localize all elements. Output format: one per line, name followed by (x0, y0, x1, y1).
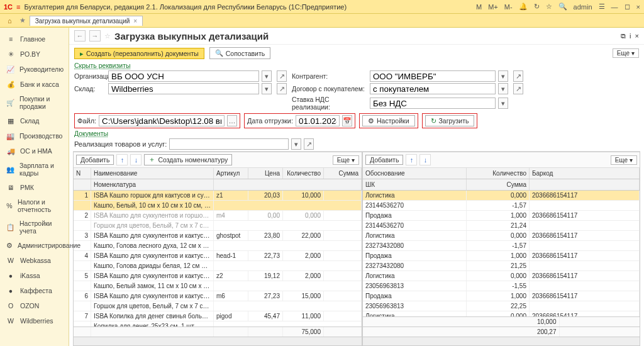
right-col-obos[interactable]: Обоснование (363, 168, 467, 179)
search-icon[interactable]: 🔍 (558, 3, 567, 11)
more-top-button[interactable]: Еще▾ (613, 48, 639, 58)
left-col-name[interactable]: Наименование (91, 168, 214, 179)
sidebar-item[interactable]: 🏭Производство (0, 128, 69, 143)
mminus-indicator[interactable]: M- (504, 3, 513, 11)
menu-icon[interactable]: ≡ (16, 3, 20, 11)
table-row[interactable]: 1ISBA Кашпо горшок для кактусов и суккул… (74, 191, 362, 201)
table-row[interactable]: Продажа1,0002036686154117 (363, 211, 640, 221)
table-row[interactable]: 3ISBA Кашпо для суккулентов и кактусов г… (74, 231, 362, 241)
dog-input[interactable] (370, 83, 496, 94)
kontr-open-icon[interactable]: ↗ (513, 70, 523, 82)
right-col-bar[interactable]: Баркод (530, 168, 640, 179)
table-row[interactable]: Логистика0,0002036686154117 (363, 191, 640, 201)
org-input[interactable] (108, 70, 259, 82)
table-row[interactable]: 2305696381322,25 (363, 301, 640, 311)
left-hscroll[interactable] (74, 337, 362, 345)
sidebar-item[interactable]: 📈Руководителю (0, 62, 69, 77)
left-col-nom[interactable]: Номенклатура (91, 179, 214, 190)
org-open-icon[interactable]: ↗ (277, 70, 287, 82)
minimize-icon[interactable]: — (611, 3, 618, 11)
table-row[interactable]: 4ISBA Кашпо для суккулентов и кактусов г… (74, 251, 362, 261)
table-row-sub[interactable]: Кашпо, Белый, 10 см х 10 см х 10 см, 0,4… (74, 201, 362, 211)
history-icon[interactable]: ↻ (534, 3, 540, 11)
table-row[interactable]: 6ISBA Кашпо для суккулентов и кактусов м… (74, 291, 362, 301)
nav-back-icon[interactable]: ← (74, 30, 86, 42)
table-row[interactable]: Логистика0,0002036686154117 (363, 271, 640, 281)
home-icon[interactable]: ⌂ (4, 17, 16, 25)
tab-star-icon[interactable]: ★ (16, 16, 30, 25)
page-close-icon[interactable]: × (635, 32, 639, 40)
right-down-icon[interactable]: ↓ (419, 154, 431, 165)
calendar-icon[interactable]: 📅 (342, 115, 352, 126)
left-col-art[interactable]: Артикул (214, 168, 248, 179)
tab-active[interactable]: Загрузка выкупных детализаций × (30, 16, 143, 26)
table-row[interactable]: 23144536270-1,57 (363, 201, 640, 211)
kontr-drop-icon[interactable]: ▾ (498, 70, 508, 82)
sidebar-item[interactable]: 🖥РМК (0, 180, 69, 195)
table-row-sub[interactable]: Кашпо, Голова лесного духа, 12 см х 10 с… (74, 241, 362, 251)
sidebar-item[interactable]: 💰Банк и касса (0, 77, 69, 92)
left-col-price[interactable]: Цена (248, 168, 283, 179)
maximize-icon[interactable]: ◻ (625, 3, 630, 11)
dog-open-icon[interactable]: ↗ (513, 83, 523, 94)
bell-icon[interactable]: 🔔 (519, 3, 528, 11)
right-col-kol[interactable]: Количество (467, 168, 530, 179)
sidebar-item[interactable]: WWildberries (0, 313, 69, 328)
right-more-button[interactable]: Еще▾ (611, 155, 637, 165)
right-up-icon[interactable]: ↑ (406, 154, 417, 165)
m-indicator[interactable]: M (476, 3, 482, 11)
fav-star-icon[interactable]: ☆ (104, 32, 111, 40)
file-input[interactable] (99, 115, 225, 126)
sidebar-item[interactable]: 🚚ОС и НМА (0, 143, 69, 159)
sklad-input[interactable] (108, 83, 259, 94)
table-row[interactable]: 2314453627021,24 (363, 221, 640, 231)
sklad-open-icon[interactable]: ↗ (277, 83, 287, 94)
table-row[interactable]: 23056963813-1,55 (363, 281, 640, 291)
mplus-indicator[interactable]: M+ (488, 3, 498, 11)
tab-close-icon[interactable]: × (133, 18, 137, 25)
right-add-button[interactable]: Добавить (365, 155, 403, 165)
table-row-sub[interactable]: Горшок для цветов, Белый, 7 см х 7 см х … (74, 301, 362, 311)
link-out-icon[interactable]: ⧉ (621, 32, 626, 40)
left-col-sum[interactable]: Сумма (324, 168, 362, 179)
sidebar-item[interactable]: 👥Зарплата и кадры (0, 159, 69, 180)
table-row[interactable]: 7ISBA Копилка для денег свинья большая г… (74, 311, 362, 321)
real-input[interactable] (169, 138, 289, 150)
compare-button[interactable]: 🔍 Сопоставить (209, 47, 270, 59)
table-row-sub[interactable]: Кашпо, Белый замок, 11 см х 10 см х 12 с… (74, 281, 362, 291)
table-row[interactable]: 5ISBA Кашпо для суккулентов и кактусов д… (74, 271, 362, 281)
left-up-icon[interactable]: ↑ (116, 154, 128, 165)
left-down-icon[interactable]: ↓ (130, 154, 142, 165)
table-row[interactable]: Продажа1,0002036686154117 (363, 251, 640, 261)
right-col-shk[interactable]: ШК (363, 179, 467, 190)
options-icon[interactable]: ☰ (599, 3, 605, 11)
table-row[interactable]: Логистика0,0002036686154117 (363, 231, 640, 241)
settings-button[interactable]: ⚙ Настройки (362, 115, 415, 126)
sidebar-item[interactable]: 🛒Покупки и продажи (0, 92, 69, 113)
sidebar-item[interactable]: ●Каффеста (0, 283, 69, 298)
create-nomenclature-button[interactable]: ＋ Создать номенклатуру (144, 154, 232, 165)
kontr-input[interactable] (370, 70, 496, 82)
info-icon[interactable]: i (630, 32, 631, 40)
left-more-button[interactable]: Еще▾ (333, 155, 359, 165)
left-add-button[interactable]: Добавить (76, 155, 114, 165)
table-row[interactable]: 23273432080-1,57 (363, 241, 640, 251)
table-row[interactable]: Продажа1,0002036686154117 (363, 291, 640, 301)
table-row[interactable]: Логистика0,0002036686154117 (363, 311, 640, 316)
left-col-n[interactable]: N (74, 168, 91, 179)
hide-props-link[interactable]: Скрыть реквизиты (69, 62, 131, 69)
org-drop-icon[interactable]: ▾ (262, 70, 272, 82)
table-row[interactable]: 2327343208021,25 (363, 261, 640, 271)
real-open-icon[interactable]: ↗ (304, 138, 314, 150)
sidebar-item[interactable]: OOZON (0, 298, 69, 313)
sidebar-item[interactable]: ⚙Администрирование (0, 238, 69, 253)
real-drop-icon[interactable]: ▾ (291, 138, 301, 150)
nds-drop-icon[interactable]: ▾ (498, 98, 508, 109)
user-label[interactable]: admin (574, 3, 592, 11)
create-docs-button[interactable]: ▸ Создать (перезаполнить) документы (74, 48, 204, 59)
date-input[interactable] (296, 115, 340, 126)
dog-drop-icon[interactable]: ▾ (498, 83, 508, 94)
table-row-sub[interactable]: Копилка для денег, 25х23 см, 1 шт (74, 321, 362, 326)
close-icon[interactable]: × (636, 3, 640, 11)
sidebar-item[interactable]: ✳PO.BY (0, 47, 69, 62)
